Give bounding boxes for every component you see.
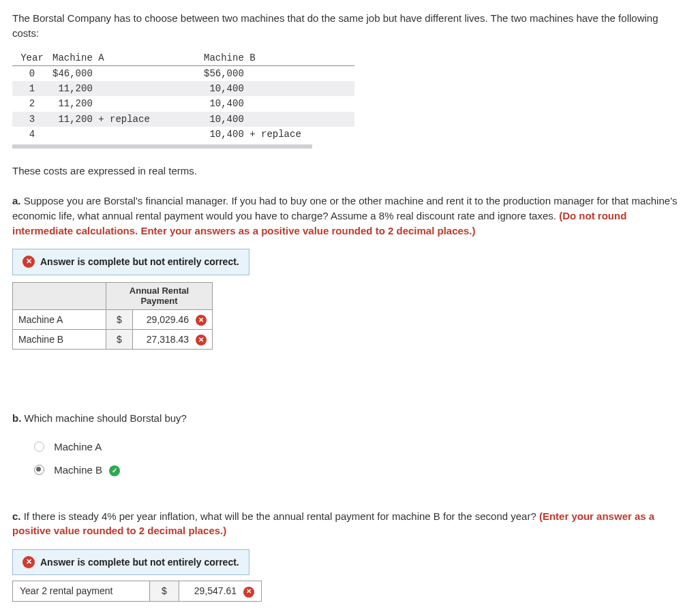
part-c: c. If there is steady 4% per year inflat… [12,509,686,539]
feedback-banner-c: ✕ Answer is complete but not entirely co… [12,549,249,575]
table-row: 0 $46,000 $56,000 [12,65,354,81]
problem-intro: The Borstal Company has to choose betwee… [12,11,686,41]
table-divider [12,144,312,149]
feedback-text: Answer is complete but not entirely corr… [40,255,239,268]
currency-symbol: $ [150,581,179,601]
radio-icon[interactable] [34,465,44,475]
part-a-label: a. [12,195,21,206]
answer-table-a: Annual Rental Payment Machine A $ 29,029… [12,282,213,350]
table-row: 2 11,200 10,400 [12,96,354,111]
col-header-year: Year [12,50,52,66]
answer-table-c: Year 2 rental payment $ 29,547.61 ✕ [12,581,262,601]
answer-value-cell[interactable]: 27,318.43 ✕ [133,330,213,350]
costs-table-wrap: Year Machine A Machine B 0 $46,000 $56,0… [12,50,686,149]
currency-symbol: $ [106,309,133,329]
part-c-label: c. [12,510,21,522]
table-row: 3 11,200 + replace 10,400 [12,112,354,127]
correct-icon: ✓ [109,465,120,476]
choice-label: Machine B [54,464,102,476]
part-b-text: Which machine should Borstal buy? [21,412,187,424]
answer-row-machine-b: Machine B $ 27,318.43 ✕ [13,330,213,350]
table-row: 1 11,200 10,400 [12,81,354,96]
wrong-icon: ✕ [196,315,207,326]
wrong-icon: ✕ [22,556,35,568]
choice-machine-b[interactable]: Machine B ✓ [34,459,686,482]
answer-header: Annual Rental Payment [106,282,213,309]
wrong-icon: ✕ [22,256,35,268]
col-header-machine-a: Machine A [52,50,203,66]
wrong-icon: ✕ [243,587,254,598]
answer-label: Machine B [13,330,106,350]
feedback-text: Answer is complete but not entirely corr… [40,555,239,569]
radio-icon[interactable] [34,442,44,452]
table-row: 4 10,400 + replace [12,127,354,142]
answer-value: 29,547.61 [194,585,237,596]
answer-row-machine-a: Machine A $ 29,029.46 ✕ [13,309,213,329]
answer-label: Year 2 rental payment [13,581,150,601]
answer-value: 29,029.46 [147,314,189,325]
col-header-machine-b: Machine B [203,50,354,66]
answer-label: Machine A [13,309,106,329]
answer-row-year2: Year 2 rental payment $ 29,547.61 ✕ [13,581,262,601]
currency-symbol: $ [106,330,133,350]
choice-machine-a[interactable]: Machine A [34,435,686,459]
choice-label: Machine A [54,441,102,452]
answer-value-cell[interactable]: 29,029.46 ✕ [133,309,213,329]
answer-value-cell[interactable]: 29,547.61 ✕ [179,581,262,601]
wrong-icon: ✕ [196,335,207,345]
part-b: b. Which machine should Borstal buy? [12,411,686,426]
part-c-text: If there is steady 4% per year inflation… [21,510,539,522]
real-terms-note: These costs are expressed in real terms. [12,164,686,179]
part-b-label: b. [12,412,21,424]
part-a: a. Suppose you are Borstal's financial m… [12,194,686,238]
answer-header-blank [13,282,106,309]
part-b-choices: Machine A Machine B ✓ [34,435,686,482]
costs-table: Year Machine A Machine B 0 $46,000 $56,0… [12,50,354,142]
feedback-banner-a: ✕ Answer is complete but not entirely co… [12,249,249,275]
answer-value: 27,318.43 [147,334,189,345]
